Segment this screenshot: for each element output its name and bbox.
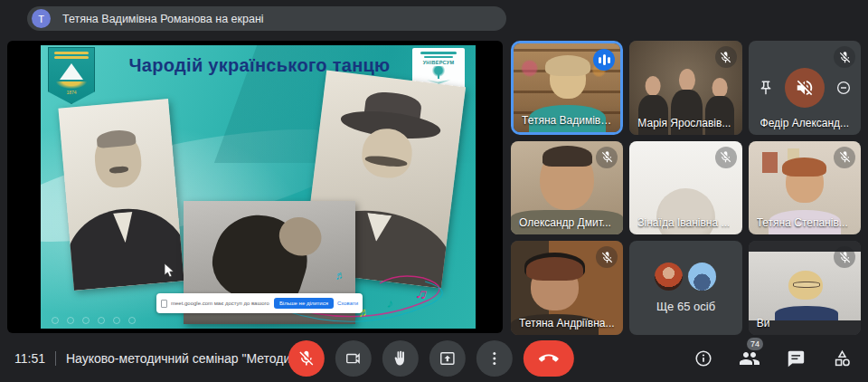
stop-sharing-button[interactable]: Більше не ділитися bbox=[274, 298, 334, 309]
mic-off-icon bbox=[834, 46, 855, 68]
site-icon bbox=[161, 300, 167, 308]
participant-name: Федір Александ... bbox=[760, 117, 850, 129]
mic-off-icon bbox=[715, 46, 737, 68]
participant-name: Олександр Дмит... bbox=[519, 216, 611, 229]
share-message: meet.google.com має доступ до вашого екр… bbox=[171, 301, 270, 306]
chat-icon bbox=[786, 349, 806, 368]
participants-grid: Тетяна Вадимівн... Марія Ярославів... bbox=[511, 41, 861, 335]
mic-toggle-button[interactable] bbox=[288, 340, 325, 377]
music-notes-decoration: ♪ ♫ ♬ ♪ ♫ ♬ bbox=[271, 253, 461, 329]
universum-logo-text: УНІВЕРСУМ bbox=[423, 60, 455, 65]
avatar bbox=[655, 263, 683, 291]
presenting-text: Тетяна Вадимівна Романова на екрані bbox=[62, 13, 264, 25]
more-vert-icon bbox=[486, 349, 504, 368]
music-note: ♬ bbox=[334, 268, 346, 282]
participant-tile-zinaida[interactable]: Зінаїда Іванівна ... bbox=[629, 141, 741, 235]
chat-panel-button[interactable] bbox=[784, 347, 807, 370]
overflow-avatars bbox=[655, 263, 716, 291]
remove-participant-icon[interactable] bbox=[835, 80, 852, 96]
shared-screen-stage: 1874 Чародій українського танцю УНІВЕРСУ… bbox=[7, 41, 503, 333]
present-icon bbox=[439, 349, 457, 368]
participant-name: Тетяна Вадимівн... bbox=[522, 114, 614, 127]
mic-off-icon bbox=[297, 349, 316, 368]
divider bbox=[55, 351, 56, 366]
participant-tile-tetyana-vadymivna[interactable]: Тетяна Вадимівн... bbox=[511, 41, 623, 135]
info-icon bbox=[693, 349, 713, 368]
screen-share-notification: meet.google.com має доступ до вашого екр… bbox=[156, 293, 363, 313]
presenter-avatar: T bbox=[32, 9, 51, 28]
end-call-button[interactable] bbox=[524, 340, 574, 377]
pin-icon[interactable] bbox=[758, 80, 774, 96]
hide-notification-link[interactable]: Сховати bbox=[337, 301, 358, 306]
camera-icon bbox=[344, 349, 363, 368]
participant-tile-tetyana-andriivna[interactable]: Тетяна Андріївна... bbox=[511, 241, 623, 335]
mic-off-icon bbox=[715, 147, 737, 168]
participant-name: Марія Ярославів... bbox=[637, 117, 731, 129]
activities-shapes-icon bbox=[832, 349, 853, 369]
presentation-slide: 1874 Чародій українського танцю УНІВЕРСУ… bbox=[41, 45, 476, 329]
meeting-title: Науково-методичний семінар "Методика... bbox=[66, 351, 297, 366]
call-end-icon bbox=[539, 349, 559, 368]
more-options-button[interactable] bbox=[476, 340, 513, 377]
raise-hand-button[interactable] bbox=[382, 340, 419, 377]
tree-icon bbox=[431, 66, 446, 79]
present-screen-button[interactable] bbox=[429, 340, 466, 377]
participant-name: Тетяна Андріївна... bbox=[519, 317, 615, 329]
slide-title: Чародій українського танцю bbox=[97, 55, 422, 76]
overflow-participants-tile[interactable]: Ще 65 осіб bbox=[629, 241, 741, 335]
mouse-cursor bbox=[164, 263, 175, 279]
participant-name: Зінаїда Іванівна ... bbox=[637, 216, 730, 229]
self-view-tile[interactable]: Ви bbox=[749, 241, 861, 335]
emblem-rays bbox=[56, 81, 87, 89]
participant-tile-mariya[interactable]: Марія Ярославів... bbox=[629, 41, 741, 135]
avatar bbox=[688, 263, 716, 291]
participant-tile-oleksandr[interactable]: Олександр Дмит... bbox=[511, 141, 623, 235]
mic-off-icon bbox=[834, 147, 855, 168]
watermark-dots bbox=[52, 317, 136, 324]
participant-name: Тетяна Степанів... bbox=[757, 216, 848, 229]
activities-panel-button[interactable] bbox=[830, 347, 854, 370]
overflow-count-label: Ще 65 осіб bbox=[656, 300, 715, 313]
university-emblem: 1874 bbox=[48, 47, 95, 104]
meeting-details-button[interactable] bbox=[692, 347, 715, 370]
clock-time: 11:51 bbox=[14, 351, 45, 366]
top-bar: T Тетяна Вадимівна Романова на екрані bbox=[0, 0, 868, 36]
participants-panel-button[interactable]: 74 bbox=[738, 347, 761, 370]
hand-icon bbox=[392, 349, 410, 368]
camera-toggle-button[interactable] bbox=[335, 340, 372, 377]
participant-tile-tetyana-stepanivna[interactable]: Тетяна Степанів... bbox=[749, 141, 861, 235]
participants-count-badge: 74 bbox=[747, 338, 763, 350]
self-view-label: Ви bbox=[757, 317, 770, 329]
mic-off-icon bbox=[596, 147, 618, 168]
audio-muted-avatar[interactable] bbox=[785, 68, 825, 108]
participant-tile-fedir[interactable]: Федір Александ... bbox=[749, 41, 861, 135]
emblem-year: 1874 bbox=[66, 90, 76, 95]
meet-window: T Тетяна Вадимівна Романова на екрані 18… bbox=[0, 0, 868, 382]
emblem-book-icon bbox=[60, 63, 83, 80]
bottom-bar: 11:51 Науково-методичний семінар "Методи… bbox=[0, 335, 868, 382]
presenting-banner: T Тетяна Вадимівна Романова на екрані bbox=[27, 6, 506, 31]
people-icon bbox=[739, 348, 760, 369]
